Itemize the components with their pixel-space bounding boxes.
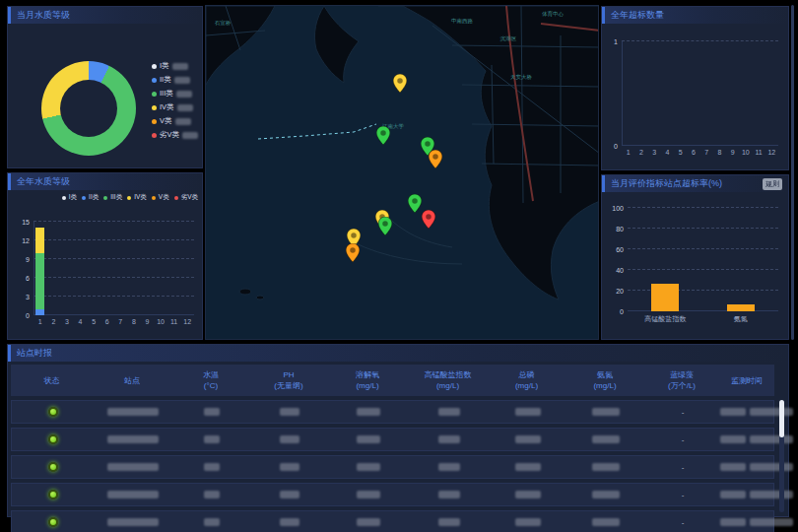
legend-color-dot	[152, 196, 156, 200]
legend-item[interactable]: V类	[152, 193, 169, 202]
redacted-value	[107, 408, 159, 416]
legend-label: IV类	[134, 193, 147, 202]
legend-item[interactable]: IV类	[152, 100, 198, 114]
table-cell	[251, 408, 328, 416]
year-exceed-chart: 01123456789101112	[622, 41, 778, 146]
table-cell	[94, 463, 172, 471]
table-row[interactable]: -	[11, 428, 774, 451]
x-tick-label: 3	[652, 149, 656, 156]
table-row[interactable]: -	[11, 483, 774, 506]
y-tick-label: 3	[26, 294, 30, 300]
rate-bar[interactable]	[727, 304, 755, 311]
legend-item[interactable]: III类	[103, 193, 122, 202]
legend-item[interactable]: 劣V类	[174, 193, 198, 202]
table-cell	[172, 463, 251, 471]
rate-chart: 020406080100高锰酸盐指数氨氮	[628, 208, 778, 311]
legend-label: I类	[69, 193, 77, 202]
x-tick-label: 12	[183, 318, 191, 325]
redacted-value	[438, 518, 460, 526]
y-tick-label: 1	[614, 38, 618, 45]
redacted-value	[357, 491, 380, 499]
station-pin-IV类[interactable]	[393, 74, 407, 93]
month-quality-legend: I类II类III类IV类V类劣V类	[152, 59, 198, 142]
panel-month-rate-title: 当月评价指标站点超标率(%)	[611, 177, 722, 190]
rate-rule-badge[interactable]: 规则	[763, 178, 782, 190]
redacted-value	[280, 408, 299, 416]
legend-label: II类	[160, 75, 171, 85]
table-cell	[566, 435, 645, 443]
legend-item[interactable]: 劣V类	[152, 128, 198, 142]
legend-item[interactable]: II类	[152, 73, 198, 87]
legend-color-dot	[82, 196, 86, 200]
redacted-value	[515, 435, 541, 443]
algae-value: -	[682, 491, 685, 499]
legend-item[interactable]: III类	[152, 87, 198, 100]
stacked-bar-segment[interactable]	[35, 253, 44, 309]
table-row[interactable]: -	[11, 455, 774, 479]
table-cell	[409, 435, 489, 443]
y-tick-label: 0	[620, 308, 624, 315]
legend-item[interactable]: IV类	[127, 193, 147, 202]
redacted-date	[720, 463, 746, 471]
table-cell	[566, 408, 645, 416]
legend-item[interactable]: V类	[152, 114, 198, 128]
table-row[interactable]: -	[11, 400, 774, 424]
redacted-value	[357, 463, 380, 471]
redacted-value	[438, 435, 460, 443]
station-pin-III类[interactable]	[376, 126, 390, 145]
y-axis	[33, 222, 34, 315]
x-tick-label: 6	[692, 149, 696, 156]
legend-value-redacted	[174, 77, 190, 84]
legend-item[interactable]: II类	[82, 193, 99, 202]
table-scrollbar-thumb[interactable]	[779, 400, 784, 437]
table-scrollbar-track[interactable]	[779, 400, 784, 512]
x-axis	[628, 310, 778, 311]
status-indicator	[48, 462, 58, 472]
table-row[interactable]: -	[11, 510, 774, 532]
table-cell	[328, 435, 409, 443]
rate-bar[interactable]	[651, 284, 679, 311]
table-cell	[12, 407, 94, 417]
gridline	[33, 239, 194, 240]
table-cell	[172, 408, 251, 416]
legend-label: 劣V类	[160, 130, 179, 140]
redacted-time	[750, 491, 793, 499]
table-cell	[409, 518, 489, 526]
x-tick-label: 2	[639, 149, 643, 156]
legend-label: I类	[160, 61, 169, 71]
y-tick-label: 60	[616, 246, 624, 253]
station-pin-III类[interactable]	[378, 217, 392, 235]
table-cell	[251, 463, 328, 471]
x-tick-label: 7	[704, 149, 708, 156]
legend-value-redacted	[172, 63, 188, 70]
station-pin-V类[interactable]	[429, 150, 442, 168]
month-quality-donut[interactable]	[41, 61, 136, 156]
x-tick-label: 3	[65, 318, 69, 325]
table-cell	[328, 518, 409, 526]
redacted-value	[515, 491, 541, 499]
column-header: 水温(°C)	[171, 369, 250, 391]
algae-value: -	[682, 518, 685, 527]
x-tick-label: 4	[79, 318, 83, 325]
panel-month-rate: 当月评价指标站点超标率(%) 规则 020406080100高锰酸盐指数氨氮	[601, 174, 789, 340]
redacted-value	[592, 435, 620, 443]
legend-item[interactable]: I类	[152, 59, 198, 73]
station-pin-劣V类[interactable]	[422, 210, 435, 229]
table-cell	[251, 435, 328, 443]
station-pin-III类[interactable]	[408, 194, 422, 213]
panel-month-quality-header: 当月水质等级	[8, 7, 202, 24]
column-header: 高锰酸盐指数(mg/L)	[408, 369, 488, 391]
legend-item[interactable]: I类	[62, 193, 77, 202]
legend-color-dot	[152, 92, 157, 97]
map-panel[interactable]: 石宜桥中南西路滨湖区天安大桥江南大学体育中心	[205, 5, 599, 340]
column-header: 氨氮(mg/L)	[565, 369, 644, 391]
stacked-bar-segment[interactable]	[35, 228, 44, 252]
stacked-bar-segment[interactable]	[35, 309, 44, 315]
page-scrollbar[interactable]	[791, 5, 794, 340]
table-cell	[489, 491, 566, 499]
legend-color-dot	[103, 196, 107, 200]
x-tick-label: 氨氮	[734, 314, 748, 324]
x-tick-label: 9	[731, 149, 735, 156]
station-pin-V类[interactable]	[346, 243, 360, 262]
table-cell	[489, 518, 566, 526]
